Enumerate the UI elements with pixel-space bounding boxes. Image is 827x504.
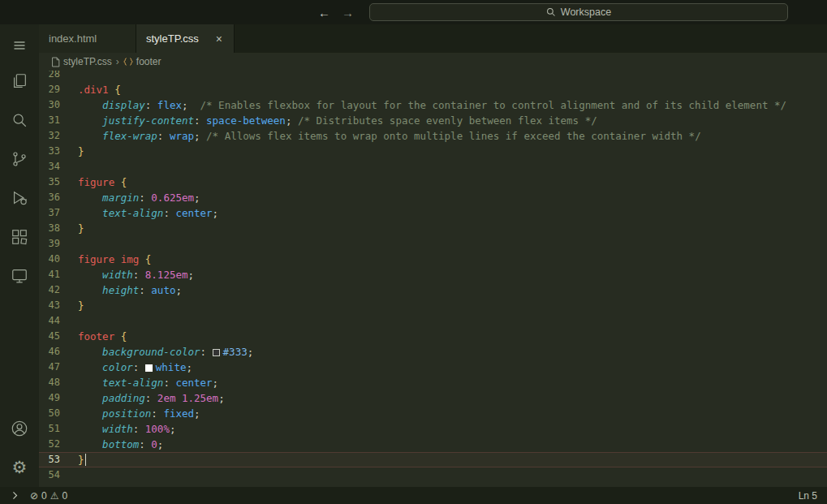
code-line-53[interactable]: 53}	[39, 452, 827, 467]
line-number[interactable]: 44	[39, 313, 78, 329]
color-swatch-white[interactable]	[145, 364, 153, 372]
token-num: 0.625em	[151, 192, 194, 204]
code-line-31[interactable]: 31 justify-content: space-between; /* Di…	[39, 113, 827, 128]
code-line-48[interactable]: 48 text-align: center;	[39, 375, 827, 390]
code-line-35[interactable]: 35figure {	[39, 174, 827, 190]
cursor-position-indicator[interactable]: Ln 5	[794, 487, 822, 504]
code-text: justify-content: space-between; /* Distr…	[78, 113, 597, 128]
remote-icon	[10, 490, 20, 501]
breadcrumb-file[interactable]: styleTP.css	[51, 56, 112, 67]
remote-explorer-icon[interactable]	[0, 256, 39, 295]
close-icon[interactable]: ×	[214, 32, 224, 45]
code-line-54[interactable]: 54	[39, 467, 827, 483]
line-number[interactable]: 37	[39, 205, 78, 221]
breadcrumb-separator: ›	[116, 56, 119, 67]
code-line-34[interactable]: 34	[39, 159, 827, 174]
error-icon: ⊘	[30, 490, 38, 502]
tab-index-html[interactable]: index.html	[39, 24, 136, 53]
line-number[interactable]: 47	[39, 360, 78, 375]
line-number[interactable]: 52	[39, 437, 78, 452]
token-pun: :	[133, 361, 145, 373]
code-line-36[interactable]: 36 margin: 0.625em;	[39, 190, 827, 205]
line-number[interactable]: 53	[39, 452, 78, 467]
code-line-46[interactable]: 46 background-color: #333;	[39, 344, 827, 360]
menu-icon[interactable]	[0, 29, 39, 62]
code-line-42[interactable]: 42 height: auto;	[39, 282, 827, 298]
run-and-debug-icon[interactable]	[0, 179, 39, 218]
line-number[interactable]: 40	[39, 252, 78, 267]
line-number[interactable]: 45	[39, 329, 78, 344]
token-pun: :	[139, 192, 151, 204]
line-number[interactable]: 39	[39, 236, 78, 252]
account-icon[interactable]	[0, 409, 39, 448]
token-pun: ;	[182, 99, 200, 111]
token-pun	[78, 377, 102, 389]
code-line-50[interactable]: 50 position: fixed;	[39, 406, 827, 421]
back-arrow-icon[interactable]: ←	[318, 6, 330, 19]
token-prop: width	[102, 269, 133, 281]
code-text: }	[78, 298, 84, 313]
line-number[interactable]: 33	[39, 144, 78, 159]
line-number[interactable]: 32	[39, 128, 78, 144]
token-pun	[78, 114, 102, 127]
token-pun	[78, 423, 102, 435]
breadcrumb-symbol[interactable]: footer	[123, 56, 162, 67]
settings-gear-icon[interactable]: ⚙	[0, 448, 39, 487]
line-number[interactable]: 31	[39, 113, 78, 128]
code-line-45[interactable]: 45footer {	[39, 329, 827, 344]
line-number[interactable]: 28	[39, 71, 78, 82]
token-prop: display	[102, 99, 145, 111]
remote-indicator[interactable]	[5, 487, 25, 504]
line-number[interactable]: 51	[39, 421, 78, 437]
status-bar: ⊘ 0 ⚠ 0 Ln 5	[0, 487, 827, 504]
code-line-51[interactable]: 51 width: 100%;	[39, 421, 827, 437]
search-icon	[546, 7, 556, 17]
code-line-47[interactable]: 47 color: white;	[39, 360, 827, 375]
line-number[interactable]: 43	[39, 298, 78, 313]
line-number[interactable]: 41	[39, 267, 78, 282]
problems-indicator[interactable]: ⊘ 0 ⚠ 0	[25, 487, 72, 504]
code-line-38[interactable]: 38}	[39, 221, 827, 236]
code-line-44[interactable]: 44	[39, 313, 827, 329]
line-number[interactable]: 50	[39, 406, 78, 421]
line-number[interactable]: 30	[39, 97, 78, 113]
code-line-32[interactable]: 32 flex-wrap: wrap; /* Allows flex items…	[39, 128, 827, 144]
code-line-29[interactable]: 29.div1 {	[39, 82, 827, 97]
code-line-30[interactable]: 30 display: flex; /* Enables flexbox for…	[39, 97, 827, 113]
line-number[interactable]: 35	[39, 174, 78, 190]
code-line-40[interactable]: 40figure img {	[39, 252, 827, 267]
explorer-icon[interactable]	[0, 62, 39, 101]
source-control-icon[interactable]	[0, 140, 39, 179]
code-line-52[interactable]: 52 bottom: 0;	[39, 437, 827, 452]
line-number[interactable]: 48	[39, 375, 78, 390]
token-sel: footer	[78, 330, 114, 342]
line-number[interactable]: 49	[39, 390, 78, 406]
token-kw: white	[156, 361, 187, 373]
tab-styletp-css[interactable]: styleTP.css ×	[136, 24, 235, 53]
code-line-43[interactable]: 43}	[39, 298, 827, 313]
line-number[interactable]: 29	[39, 82, 78, 97]
extensions-icon[interactable]	[0, 218, 39, 256]
forward-arrow-icon[interactable]: →	[342, 6, 354, 19]
search-sidebar-icon[interactable]	[0, 101, 39, 140]
code-editor[interactable]: 2829.div1 {30 display: flex; /* Enables …	[39, 71, 827, 487]
code-line-37[interactable]: 37 text-align: center;	[39, 205, 827, 221]
code-line-39[interactable]: 39	[39, 236, 827, 252]
command-center-search[interactable]: Workspace	[369, 3, 788, 21]
token-brace: }	[78, 454, 84, 466]
line-number[interactable]: 54	[39, 467, 78, 483]
code-line-41[interactable]: 41 width: 8.125em;	[39, 267, 827, 282]
line-number[interactable]: 34	[39, 159, 78, 174]
code-line-33[interactable]: 33}	[39, 144, 827, 159]
line-number[interactable]: 38	[39, 221, 78, 236]
code-line-49[interactable]: 49 padding: 2em 1.25em;	[39, 390, 827, 406]
token-brace: {	[114, 84, 121, 96]
token-pun: :	[194, 114, 206, 127]
color-swatch-333[interactable]	[213, 349, 220, 356]
token-kw: wrap	[170, 130, 194, 142]
code-line-28[interactable]: 28	[39, 71, 827, 82]
line-number[interactable]: 42	[39, 282, 78, 298]
line-number[interactable]: 46	[39, 344, 78, 360]
line-number[interactable]: 36	[39, 190, 78, 205]
token-pun	[114, 330, 121, 342]
